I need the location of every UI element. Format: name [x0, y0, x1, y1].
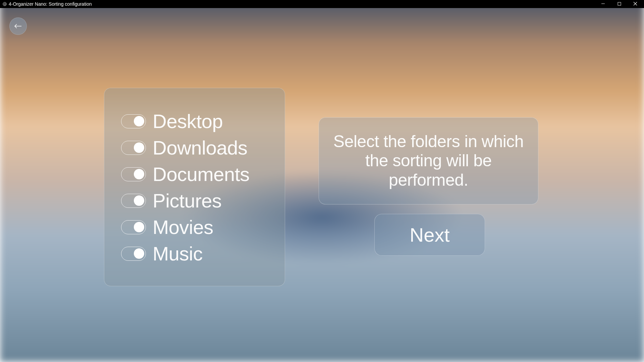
- folder-label: Downloads: [153, 136, 247, 159]
- folder-label: Movies: [153, 216, 213, 238]
- window-title: 4-Organizer Nano: Sorting configuration: [9, 1, 92, 7]
- content-area: Desktop Downloads Documents Pictures Mov…: [0, 8, 644, 362]
- folder-item-pictures: Pictures: [121, 189, 268, 212]
- next-button[interactable]: Next: [374, 214, 485, 256]
- toggle-documents[interactable]: [121, 167, 146, 181]
- instruction-panel: Select the folders in which the sorting …: [319, 117, 538, 204]
- minimize-button[interactable]: [600, 1, 606, 7]
- folder-item-downloads: Downloads: [121, 136, 268, 159]
- toggle-desktop[interactable]: [121, 114, 146, 128]
- toggle-knob: [134, 116, 144, 126]
- toggle-downloads[interactable]: [121, 141, 146, 155]
- folder-label: Desktop: [153, 110, 223, 132]
- toggle-knob: [134, 169, 144, 179]
- next-button-label: Next: [410, 224, 449, 246]
- instruction-text: Select the folders in which the sorting …: [332, 132, 525, 190]
- toggle-knob: [134, 222, 144, 232]
- toggle-movies[interactable]: [121, 220, 146, 234]
- window-controls: [600, 1, 641, 7]
- toggle-knob: [134, 195, 144, 206]
- close-button[interactable]: [632, 1, 639, 7]
- title-bar: 4-Organizer Nano: Sorting configuration: [0, 0, 644, 8]
- folder-item-movies: Movies: [121, 216, 268, 238]
- folder-label: Documents: [153, 163, 250, 185]
- toggle-knob: [134, 142, 144, 153]
- toggle-pictures[interactable]: [121, 194, 146, 208]
- toggle-knob: [134, 248, 144, 259]
- arrow-left-icon: [14, 23, 22, 29]
- folder-item-music: Music: [121, 242, 268, 265]
- folder-label: Pictures: [153, 189, 222, 212]
- toggle-music[interactable]: [121, 247, 146, 261]
- folder-item-documents: Documents: [121, 163, 268, 185]
- folder-item-desktop: Desktop: [121, 110, 268, 132]
- folder-label: Music: [153, 242, 203, 265]
- folders-panel: Desktop Downloads Documents Pictures Mov…: [104, 88, 285, 286]
- app-icon: [3, 2, 7, 6]
- svg-rect-1: [618, 2, 621, 5]
- maximize-button[interactable]: [616, 1, 623, 7]
- back-button[interactable]: [9, 17, 27, 35]
